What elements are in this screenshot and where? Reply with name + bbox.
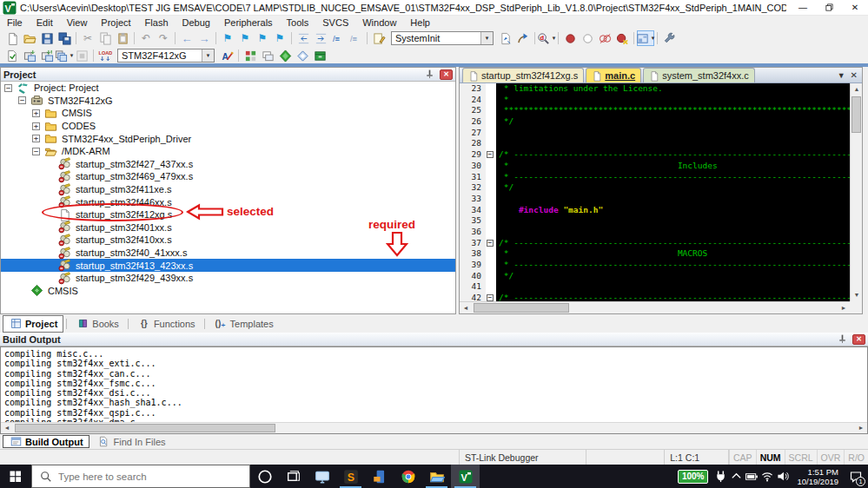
jump-to-button[interactable] <box>514 30 532 46</box>
tree-item[interactable]: startup_stm32f469_479xx.s <box>1 170 455 183</box>
editor-line[interactable]: 29−/* ----------------------------------… <box>460 149 850 161</box>
dock-tab-find-in-files[interactable]: Find In Files <box>91 435 172 448</box>
forward-button[interactable]: → <box>195 30 213 46</box>
tree-expander-plus[interactable]: + <box>32 122 40 130</box>
editor-tab-system-stm32f4xx-c[interactable]: system_stm32f4xx.c <box>643 68 755 82</box>
action-center-button[interactable]: 1 <box>845 465 867 488</box>
taskbar-file-explorer-button[interactable] <box>422 465 451 488</box>
tree-item[interactable]: +CODES <box>1 120 455 133</box>
bookmark-next-button[interactable]: ⚑ <box>254 30 271 46</box>
save-button[interactable] <box>38 30 56 46</box>
breakpoint-kill-button[interactable] <box>613 30 631 46</box>
menu-tools[interactable]: Tools <box>280 17 316 28</box>
taskbar-cortana-button[interactable] <box>250 465 279 488</box>
close-panel-icon[interactable]: ✕ <box>440 69 453 80</box>
breakpoint-disable-button[interactable] <box>596 30 613 46</box>
menu-view[interactable]: View <box>60 17 95 28</box>
scrollbar-thumb[interactable] <box>851 96 861 133</box>
editor-vertical-scrollbar[interactable]: ▲ ▼ <box>850 83 862 301</box>
scrollbar-thumb[interactable] <box>474 303 569 313</box>
taskbar-display-button[interactable] <box>308 465 336 488</box>
select-packs-button[interactable] <box>294 48 311 63</box>
translate-button[interactable] <box>3 48 21 63</box>
taskbar-clock[interactable]: 1:51 PM 10/19/2019 <box>792 467 844 486</box>
batch-build-button[interactable]: ▼ <box>56 48 73 63</box>
taskbar-sublime-button[interactable]: S <box>336 465 365 488</box>
editor-line[interactable]: 31 * -----------------------------------… <box>460 172 850 183</box>
dock-tab-build-output[interactable]: Build Output <box>3 435 89 448</box>
bookmark-prev-button[interactable]: ⚑ <box>236 30 254 46</box>
taskbar-task-view-button[interactable] <box>279 465 308 488</box>
tray-chevron-up-button[interactable] <box>728 465 744 488</box>
editor-line[interactable]: 38 * MACROS <box>460 248 850 260</box>
goto-definition-button[interactable] <box>497 30 514 46</box>
editor-line[interactable]: 35 <box>460 215 850 227</box>
breakpoint-enable-button[interactable] <box>579 30 596 46</box>
stop-build-button[interactable] <box>73 48 90 63</box>
panel-tab-templates[interactable]: ()₊Templates <box>208 315 280 333</box>
editor-line[interactable]: 28 <box>460 138 850 149</box>
tree-expander-plus[interactable]: + <box>32 109 40 117</box>
panel-tab-functions[interactable]: {}Functions <box>131 315 202 333</box>
search-target-button[interactable]: d▼ <box>538 30 555 46</box>
undo-button[interactable]: ↶ <box>137 30 155 46</box>
indent-more-button[interactable] <box>312 30 329 46</box>
back-button[interactable]: ← <box>178 30 195 46</box>
save-all-button[interactable] <box>56 30 73 46</box>
tree-expander-minus[interactable]: − <box>4 84 12 92</box>
edit-config-button[interactable] <box>370 30 388 46</box>
battery-percentage-badge[interactable]: 100% <box>678 470 709 484</box>
scrollbar-thumb[interactable] <box>15 424 275 432</box>
tree-expander-minus[interactable]: − <box>18 96 26 104</box>
function-select[interactable]: SystemInit ▼ <box>391 31 494 45</box>
tree-item[interactable]: +STM32F4xx_StdPeriph_Driver <box>1 132 455 145</box>
tree-item[interactable]: startup_stm32f411xe.s <box>1 183 455 196</box>
menu-help[interactable]: Help <box>403 17 437 28</box>
scroll-right-icon[interactable]: ► <box>838 302 850 314</box>
copy-button[interactable] <box>96 30 114 46</box>
open-button[interactable] <box>21 30 38 46</box>
editor-line[interactable]: 40 */ <box>460 271 850 282</box>
indent-less-button[interactable] <box>295 30 312 46</box>
editor-line[interactable]: 34 #include "main.h" <box>460 205 850 216</box>
tree-item[interactable]: startup_stm32f413_423xx.s <box>1 259 455 272</box>
pack-installer-button[interactable] <box>276 48 294 63</box>
menu-window[interactable]: Window <box>355 17 403 28</box>
scroll-down-icon[interactable]: ▼ <box>851 289 863 301</box>
configure-button[interactable] <box>660 30 678 46</box>
bookmark-clear-button[interactable]: ⚑ <box>271 30 288 46</box>
paste-button[interactable] <box>114 30 131 46</box>
manage-project-items-button[interactable] <box>259 48 276 63</box>
search-input[interactable] <box>58 472 215 482</box>
panel-tab-books[interactable]: Books <box>70 315 125 333</box>
menu-debug[interactable]: Debug <box>176 17 217 28</box>
close-icon[interactable]: ✕ <box>842 0 868 15</box>
manage-books-button[interactable] <box>311 48 328 63</box>
target-options-button[interactable]: A <box>218 48 235 63</box>
restore-icon[interactable] <box>816 0 842 15</box>
taskbar-keil-uvision-button[interactable]: V <box>451 465 480 488</box>
target-select[interactable]: STM32F412xG ▼ <box>117 49 215 63</box>
scroll-up-icon[interactable]: ▲ <box>851 83 863 96</box>
editor-line[interactable]: 24 * <box>460 95 850 106</box>
editor-line[interactable]: 39 * -----------------------------------… <box>460 260 850 271</box>
editor-line[interactable]: 37−/* ----------------------------------… <box>460 238 850 249</box>
editor-line[interactable]: 25 *************************************… <box>460 105 850 116</box>
tree-item[interactable]: −/MDK-ARM <box>1 145 455 158</box>
editor-line[interactable]: 30 * Includes <box>460 161 850 172</box>
menu-peripherals[interactable]: Peripherals <box>217 17 280 28</box>
tree-item[interactable]: CMSIS <box>1 285 455 298</box>
debug-windows-button[interactable]: ▼ <box>637 30 654 46</box>
build-button[interactable] <box>21 48 38 63</box>
tray-plug-button[interactable] <box>712 465 728 488</box>
editor-line[interactable]: 41 <box>460 281 850 293</box>
fold-collapse-icon[interactable]: − <box>487 151 494 158</box>
minimize-icon[interactable]: — <box>790 0 816 15</box>
start-button[interactable] <box>0 465 31 488</box>
pin-icon[interactable] <box>835 333 849 346</box>
menu-project[interactable]: Project <box>94 17 137 28</box>
editor-tab-startup-stm32f412xg-s[interactable]: startup_stm32f412xg.s <box>462 68 584 82</box>
bookmark-button[interactable]: ⚑ <box>219 30 236 46</box>
download-button[interactable]: LOAD <box>96 48 114 63</box>
editor-line[interactable]: 26 */ <box>460 116 850 128</box>
